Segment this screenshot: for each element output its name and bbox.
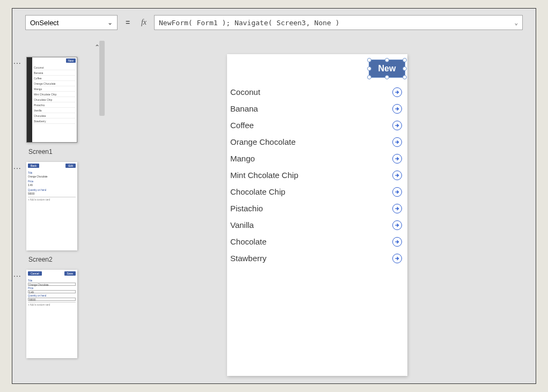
gallery-row[interactable]: Coconut bbox=[230, 84, 404, 100]
fx-icon[interactable]: fx bbox=[138, 18, 150, 27]
app-header: New bbox=[227, 54, 407, 84]
gallery-row[interactable]: Banana bbox=[230, 100, 404, 117]
gallery-row[interactable]: Chocolate bbox=[230, 233, 404, 250]
formula-bar: OnSelect ⌄ = fx NewForm( Form1 ); Naviga… bbox=[25, 15, 523, 30]
gallery-item-label: Stawberry bbox=[230, 254, 267, 263]
gallery-item-label: Orange Chocolate bbox=[230, 137, 296, 146]
gallery-row[interactable]: Vanilla bbox=[230, 217, 404, 233]
arrow-right-circle-icon[interactable] bbox=[392, 237, 402, 247]
new-button[interactable]: New bbox=[369, 60, 405, 78]
gallery-row[interactable]: Chocolate Chip bbox=[230, 183, 404, 200]
arrow-right-circle-icon[interactable] bbox=[392, 187, 402, 197]
app-frame: OnSelect ⌄ = fx NewForm( Form1 ); Naviga… bbox=[12, 8, 536, 384]
thumb-list: Coconut Banana Coffee Orange Chocolate M… bbox=[34, 65, 75, 124]
selection-handle[interactable] bbox=[367, 66, 371, 71]
screen2-thumbnail[interactable]: Back Edit Title Orange Chocolate Price 3… bbox=[26, 162, 77, 250]
selection-handle[interactable] bbox=[385, 58, 389, 62]
gallery-item-label: Coffee bbox=[230, 121, 254, 130]
gallery-row[interactable]: Coffee bbox=[230, 117, 404, 134]
gallery-item-label: Pistachio bbox=[230, 204, 263, 213]
selection-handle[interactable] bbox=[367, 75, 371, 79]
screen-thumbnail-group: ... New Coconut Banana Coffee Orange Cho… bbox=[12, 57, 101, 156]
chevron-down-icon[interactable]: ⌄ bbox=[514, 19, 518, 26]
screens-panel: ⌃ ... New Coconut Banana Coffee Orange C… bbox=[12, 41, 101, 383]
selection-handle[interactable] bbox=[403, 75, 407, 79]
screen3-thumbnail[interactable]: Cancel Save Title Orange Chocolate Price… bbox=[26, 270, 77, 358]
arrow-right-circle-icon[interactable] bbox=[392, 87, 402, 97]
more-icon[interactable]: ... bbox=[13, 57, 21, 65]
gallery-item-label: Chocolate bbox=[230, 237, 267, 246]
arrow-right-circle-icon[interactable] bbox=[392, 171, 402, 180]
more-icon[interactable]: ... bbox=[13, 162, 21, 171]
selection-handle[interactable] bbox=[385, 75, 389, 79]
arrow-right-circle-icon[interactable] bbox=[392, 121, 402, 130]
formula-input[interactable]: NewForm( Form1 ); Navigate( Screen3, Non… bbox=[154, 15, 523, 30]
arrow-right-circle-icon[interactable] bbox=[392, 204, 402, 213]
gallery-row[interactable]: Mango bbox=[230, 150, 404, 167]
screen1-thumbnail[interactable]: New Coconut Banana Coffee Orange Chocola… bbox=[26, 57, 77, 143]
arrow-right-circle-icon[interactable] bbox=[392, 104, 402, 114]
gallery-row[interactable]: Pistachio bbox=[230, 200, 404, 217]
selection-handle[interactable] bbox=[403, 58, 407, 62]
thumb-new-button: New bbox=[66, 58, 76, 63]
gallery-item-label: Chocolate Chip bbox=[230, 187, 286, 196]
selection-handle[interactable] bbox=[403, 66, 407, 71]
thumb-edit-button: Edit bbox=[65, 164, 76, 168]
screen-thumbnail-group: ... Cancel Save Title Orange Chocolate P… bbox=[12, 270, 101, 358]
gallery-row[interactable]: Orange Chocolate bbox=[230, 134, 404, 150]
gallery[interactable]: CoconutBananaCoffeeOrange ChocolateMango… bbox=[227, 84, 407, 267]
gallery-row[interactable]: Stawberry bbox=[230, 250, 404, 267]
formula-text: NewForm( Form1 ); Navigate( Screen3, Non… bbox=[159, 19, 340, 27]
thumb-back-button: Back bbox=[28, 164, 39, 168]
property-name: OnSelect bbox=[30, 19, 59, 27]
screen-label[interactable]: Screen2 bbox=[28, 256, 101, 263]
screen-label[interactable]: Screen1 bbox=[28, 148, 101, 156]
gallery-item-label: Banana bbox=[230, 104, 258, 113]
app-screen[interactable]: New CoconutBananaCoffeeOrange ChocolateM… bbox=[227, 54, 407, 376]
chevron-down-icon: ⌄ bbox=[107, 19, 113, 26]
equals-symbol: = bbox=[122, 15, 134, 30]
more-icon[interactable]: ... bbox=[13, 270, 21, 278]
new-button-label: New bbox=[378, 64, 396, 73]
selection-handle[interactable] bbox=[367, 58, 371, 62]
gallery-item-label: Mango bbox=[230, 154, 255, 163]
arrow-right-circle-icon[interactable] bbox=[392, 137, 402, 147]
gallery-item-label: Mint Chcolate Chip bbox=[230, 171, 298, 180]
thumb-cancel-button: Cancel bbox=[28, 271, 42, 276]
gallery-item-label: Vanilla bbox=[230, 220, 254, 230]
thumb-save-button: Save bbox=[64, 271, 76, 276]
arrow-right-circle-icon[interactable] bbox=[392, 154, 402, 164]
gallery-row[interactable]: Mint Chcolate Chip bbox=[230, 167, 404, 183]
design-canvas[interactable]: New CoconutBananaCoffeeOrange ChocolateM… bbox=[109, 41, 536, 383]
screen-thumbnail-group: ... Back Edit Title Orange Chocolate Pri… bbox=[12, 162, 101, 263]
arrow-right-circle-icon[interactable] bbox=[392, 254, 402, 263]
arrow-right-circle-icon[interactable] bbox=[392, 220, 402, 230]
gallery-item-label: Coconut bbox=[230, 87, 260, 97]
property-selector[interactable]: OnSelect ⌄ bbox=[25, 15, 118, 30]
